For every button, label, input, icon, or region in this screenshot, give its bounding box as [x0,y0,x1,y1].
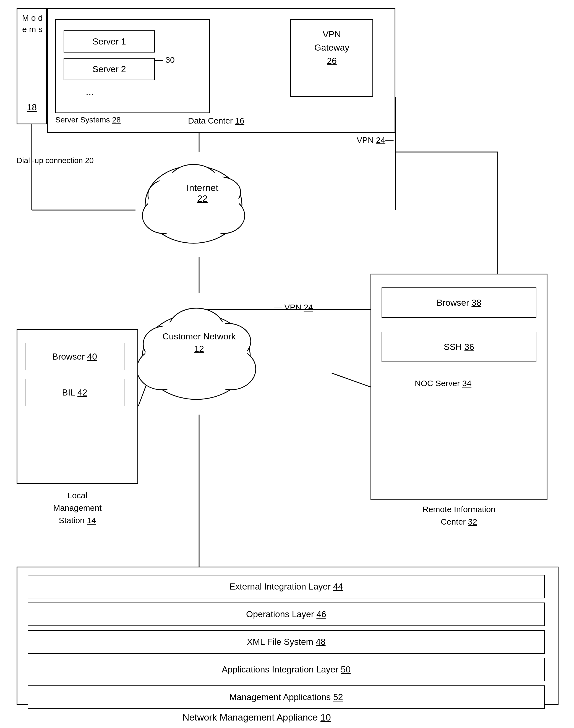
bil42-label: BIL 42 [62,387,87,398]
layer-xml-label: XML File System 48 [247,637,325,647]
server-dots: ... [86,86,94,97]
layer-eil: External Integration Layer 44 [28,575,545,598]
server2-box: Server 2 [64,58,155,80]
layer-ail: Applications Integration Layer 50 [28,658,545,681]
vpn24-mid-label: — VPN 24 [274,303,313,312]
browser40-label: Browser 40 [52,351,97,362]
label-30: — 30 [155,55,175,65]
browser40-box: Browser 40 [25,343,124,370]
server2-label: Server 2 [93,64,126,74]
nma-label: Network Management Appliance 10 [182,712,331,723]
browser38-box: Browser 38 [381,288,536,318]
internet-label: Internet22 [161,182,244,204]
lms-label: LocalManagementStation 14 [19,489,135,526]
layer-ma: Management Applications 52 [28,685,545,709]
layer-ol: Operations Layer 46 [28,602,545,626]
server1-box: Server 1 [64,30,155,52]
modems-label: M o d e m s [20,12,45,35]
serversystems-label: Server Systems 28 [55,116,121,124]
dialup-label: Dial -up connection 20 [16,155,94,166]
server1-label: Server 1 [93,37,126,47]
vpn24-top-label: VPN 24— [357,135,394,145]
ssh36-box: SSH 36 [381,332,536,362]
browser38-label: Browser 38 [437,298,481,308]
svg-line-14 [332,373,370,387]
customernetwork-cloud-svg [119,288,274,426]
customernetwork-label: Customer Network12 [144,330,254,355]
layer-eil-label: External Integration Layer 44 [230,582,343,592]
diagram: M o d e m s 18 Data Center 16 Server Sys… [0,0,574,728]
datacenter-label: Data Center 16 [188,116,244,126]
ric-label: Remote InformationCenter 32 [376,503,542,528]
vpngateway-label: VPNGateway26 [299,28,365,68]
bil42-box: BIL 42 [25,379,124,406]
ssh36-label: SSH 36 [444,342,474,352]
modems-number: 18 [21,102,43,113]
layer-ma-label: Management Applications 52 [230,692,343,702]
nocserver-label: NOC Server 34 [415,379,472,388]
layer-ol-label: Operations Layer 46 [246,609,326,619]
internet-cloud-svg [124,146,263,263]
layer-xml: XML File System 48 [28,630,545,654]
layer-ail-label: Applications Integration Layer 50 [222,665,351,675]
